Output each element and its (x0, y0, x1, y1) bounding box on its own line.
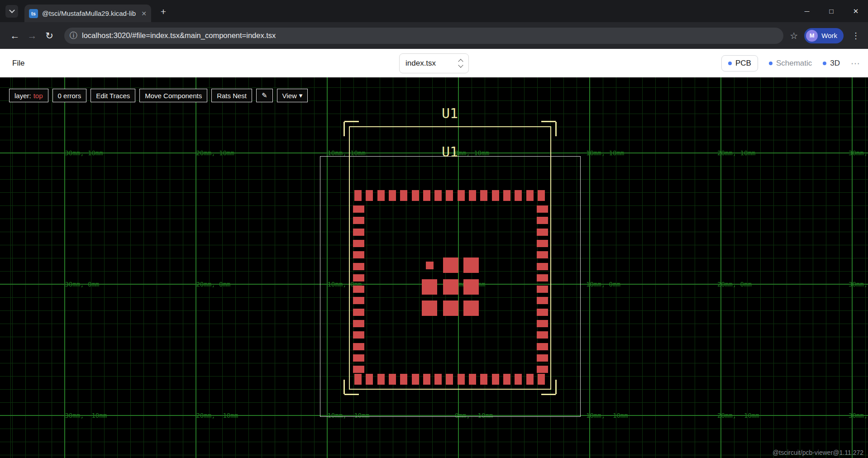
pad[interactable] (537, 343, 548, 350)
bookmark-star-icon[interactable]: ☆ (790, 30, 798, 41)
pad[interactable] (389, 190, 396, 201)
pad[interactable] (377, 190, 385, 201)
errors-button[interactable]: 0 errors (52, 89, 87, 102)
component-select[interactable]: index.tsx (399, 53, 469, 73)
pad[interactable] (537, 309, 548, 316)
close-window-button[interactable]: ✕ (844, 0, 868, 22)
pad[interactable] (366, 190, 373, 201)
edit-traces-button[interactable]: Edit Traces (91, 89, 135, 102)
pad[interactable] (537, 286, 548, 293)
pad[interactable] (458, 190, 465, 201)
pad[interactable] (463, 258, 479, 273)
url-input[interactable] (82, 31, 776, 40)
view-toggle-schematic[interactable]: Schematic (769, 59, 812, 68)
rats-nest-button[interactable]: Rats Nest (211, 89, 252, 102)
pad[interactable] (537, 354, 548, 362)
pad[interactable] (515, 190, 522, 201)
pad[interactable] (353, 331, 364, 339)
pad[interactable] (353, 343, 364, 350)
pad[interactable] (400, 190, 407, 201)
pad[interactable] (463, 301, 479, 316)
pad[interactable] (434, 190, 442, 201)
pad[interactable] (353, 320, 364, 327)
back-button[interactable]: ← (6, 27, 24, 44)
pad[interactable] (526, 374, 534, 385)
pad[interactable] (422, 301, 437, 316)
pad[interactable] (458, 374, 465, 385)
pad[interactable] (503, 190, 510, 201)
pad[interactable] (537, 331, 548, 339)
pad[interactable] (469, 190, 476, 201)
browser-tab[interactable]: ts @tsci/MustafaMulla29.kicad-lib ✕ (24, 5, 151, 22)
pad[interactable] (537, 366, 548, 373)
pad[interactable] (537, 217, 548, 224)
pad[interactable] (538, 190, 545, 201)
pad[interactable] (434, 374, 442, 385)
pad[interactable] (537, 297, 548, 304)
pad[interactable] (463, 279, 479, 295)
pad[interactable] (503, 374, 510, 385)
pad[interactable] (537, 240, 548, 247)
browser-menu-icon[interactable]: ⋮ (850, 31, 862, 41)
pad[interactable] (492, 374, 499, 385)
layer-button[interactable]: layer: top (9, 89, 48, 102)
pad[interactable] (353, 229, 364, 236)
pad[interactable] (446, 190, 453, 201)
url-bar[interactable]: ⓘ (64, 28, 783, 44)
pad[interactable] (377, 374, 385, 385)
pcb-canvas[interactable]: -30mm, 10mm-20mm, 10mm-10mm, 10mm0mm, 10… (0, 77, 868, 458)
pad[interactable] (443, 279, 458, 295)
edit-pencil-button[interactable]: ✎ (256, 89, 273, 102)
pad[interactable] (389, 374, 396, 385)
pad[interactable] (353, 297, 364, 304)
view-menu-button[interactable]: View ▾ (277, 89, 308, 102)
profile-chip[interactable]: M Work (804, 28, 844, 43)
tab-search-button[interactable] (5, 5, 18, 18)
pad[interactable] (353, 354, 364, 362)
pad[interactable] (515, 374, 522, 385)
pad[interactable] (366, 374, 373, 385)
pad[interactable] (446, 374, 453, 385)
new-tab-button[interactable]: + (157, 6, 169, 18)
pad[interactable] (353, 286, 364, 293)
pad[interactable] (537, 320, 548, 327)
move-components-button[interactable]: Move Components (139, 89, 207, 102)
view-toggle-3d[interactable]: 3D (823, 59, 840, 68)
pad[interactable] (354, 374, 362, 385)
pad[interactable] (537, 274, 548, 281)
pad[interactable] (354, 190, 362, 201)
view-toggle-pcb[interactable]: PCB (721, 55, 758, 72)
pad[interactable] (537, 205, 548, 213)
pad[interactable] (422, 279, 437, 295)
pad[interactable] (537, 251, 548, 258)
pad[interactable] (426, 262, 434, 269)
maximize-button[interactable]: □ (819, 0, 844, 22)
pad[interactable] (353, 240, 364, 247)
pad[interactable] (353, 217, 364, 224)
page-info-icon[interactable]: ⓘ (70, 30, 77, 41)
close-tab-icon[interactable]: ✕ (141, 10, 147, 17)
pad[interactable] (480, 190, 487, 201)
pad[interactable] (526, 190, 534, 201)
pad[interactable] (412, 374, 419, 385)
file-menu[interactable]: File (12, 59, 24, 68)
pad[interactable] (538, 374, 545, 385)
pad[interactable] (353, 263, 364, 270)
pad[interactable] (537, 263, 548, 270)
pad[interactable] (353, 205, 364, 213)
pad[interactable] (412, 190, 419, 201)
pad[interactable] (537, 229, 548, 236)
pad[interactable] (423, 190, 430, 201)
pad[interactable] (480, 374, 487, 385)
pad[interactable] (423, 374, 430, 385)
forward-button[interactable]: → (24, 27, 41, 44)
pad[interactable] (443, 301, 458, 316)
more-options-icon[interactable]: ⋯ (851, 58, 860, 69)
pad[interactable] (353, 366, 364, 373)
pad[interactable] (353, 309, 364, 316)
pad[interactable] (469, 374, 476, 385)
pad[interactable] (353, 274, 364, 281)
pad[interactable] (400, 374, 407, 385)
reload-button[interactable]: ↻ (41, 27, 58, 44)
pad[interactable] (353, 251, 364, 258)
